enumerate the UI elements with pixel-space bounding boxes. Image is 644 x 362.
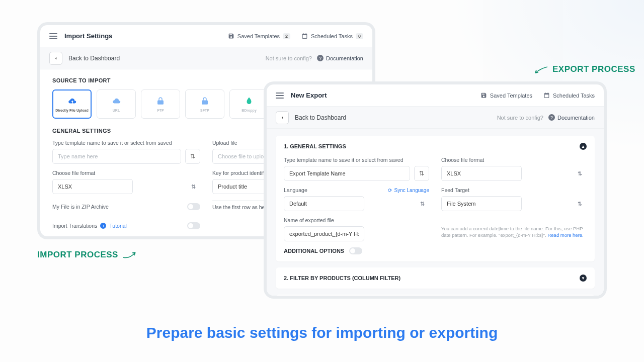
export-title: New Export: [291, 92, 327, 99]
back-label: Back to Dashboard: [68, 55, 120, 62]
calendar-icon: [301, 33, 308, 39]
calendar-icon: [543, 92, 550, 99]
export-window: New Export Saved Templates Scheduled Tas…: [267, 84, 604, 296]
scheduled-tasks-text: Scheduled Tasks: [311, 33, 353, 39]
arrow-icon: [122, 250, 137, 260]
sync-icon: ⟳: [388, 188, 392, 193]
saved-templates-text: Saved Templates: [237, 33, 280, 39]
documentation-link[interactable]: ? Documentation: [548, 114, 595, 121]
source-label: URL: [113, 109, 120, 112]
saved-templates-text: Saved Templates: [490, 93, 532, 99]
source-card-direct-upload[interactable]: Directly File Upload: [52, 89, 92, 119]
panel-filter-products[interactable]: 2. FILTER BY PRODUCTS (COLUMN FILTER): [276, 267, 595, 289]
file-format-select[interactable]: [52, 179, 133, 194]
exported-name-label: Name of exported file: [284, 217, 429, 223]
saved-templates-badge: 2: [283, 33, 290, 39]
sync-language-link[interactable]: ⟳ Sync Language: [388, 188, 429, 193]
import-callout: IMPORT PROCESS: [37, 250, 137, 260]
template-picker-button[interactable]: ⇅: [185, 149, 200, 164]
panel-filter-fields[interactable]: 3. FILTER BY PRODUCT FIELDS: [276, 295, 595, 296]
saved-templates-link[interactable]: Saved Templates: [480, 92, 532, 99]
scheduled-tasks-badge: 0: [356, 33, 363, 39]
source-card-ftp[interactable]: FTP: [141, 89, 180, 119]
chevron-down-icon: ⇅: [578, 201, 582, 207]
documentation-link[interactable]: ? Documentation: [317, 55, 363, 61]
chevron-down-icon: ⇅: [578, 170, 582, 177]
language-label: Language: [284, 187, 307, 193]
additional-options-label: ADDITIONAL OPTIONS: [284, 248, 344, 254]
help-icon: ?: [548, 114, 555, 121]
source-heading: SOURCE TO IMPORT: [52, 77, 360, 83]
documentation-text: Documentation: [557, 115, 595, 121]
chevron-down-icon: ⇅: [420, 201, 425, 207]
zip-toggle[interactable]: [187, 203, 200, 210]
scheduled-tasks-link[interactable]: Scheduled Tasks: [543, 92, 595, 99]
zip-label: My File is in ZIP Archive: [52, 204, 109, 210]
source-label: SFTP: [200, 109, 209, 112]
saved-templates-link[interactable]: Saved Templates 2: [228, 33, 290, 39]
back-label: Back to Dashboard: [295, 114, 346, 121]
collapse-icon[interactable]: [580, 143, 587, 150]
arrow-left-icon: [280, 115, 285, 120]
import-translations-label: Import Translations: [52, 223, 97, 229]
back-button[interactable]: [276, 111, 289, 124]
export-template-input[interactable]: [284, 166, 410, 181]
help-icon: ?: [317, 55, 324, 61]
sftp-icon: [200, 97, 210, 106]
template-name-input[interactable]: [52, 149, 181, 164]
additional-options-toggle[interactable]: [349, 247, 362, 254]
not-sure-text: Not sure to config?: [497, 115, 543, 121]
panel-general-settings: 1. GENERAL SETTINGS Type template name t…: [276, 136, 595, 261]
source-card-url[interactable]: URL: [97, 89, 136, 119]
save-icon: [228, 33, 234, 39]
scheduled-tasks-link[interactable]: Scheduled Tasks 0: [301, 33, 363, 39]
first-row-label: Use the first row as header: [212, 204, 275, 210]
feed-target-label: Feed Target: [441, 187, 587, 193]
export-topbar: New Export Saved Templates Scheduled Tas…: [267, 84, 604, 107]
documentation-text: Documentation: [326, 55, 363, 61]
export-subbar: Back to Dashboard Not sure to config? ? …: [267, 107, 604, 129]
expand-icon: [580, 275, 587, 282]
bdroppy-icon: [244, 97, 254, 106]
scheduled-tasks-text: Scheduled Tasks: [553, 93, 595, 99]
source-label: BDroppy: [242, 109, 257, 112]
info-icon: i: [100, 223, 106, 229]
arrow-left-icon: [53, 56, 58, 61]
file-format-label: Choose file format: [52, 170, 200, 176]
import-topbar: Import Settings Saved Templates 2 Schedu…: [40, 25, 372, 47]
language-select[interactable]: [284, 196, 364, 211]
menu-icon[interactable]: [276, 93, 284, 99]
export-callout: EXPORT PROCESS: [533, 64, 635, 74]
panel2-title: 2. FILTER BY PRODUCTS (COLUMN FILTER): [284, 275, 400, 281]
read-more-link[interactable]: Read more here.: [547, 232, 583, 238]
source-card-sftp[interactable]: SFTP: [185, 89, 224, 119]
import-subbar: Back to Dashboard Not sure to config? ? …: [40, 47, 372, 69]
import-translations-toggle[interactable]: [187, 222, 200, 229]
template-name-label: Type template name to save it or select …: [52, 140, 200, 146]
tutorial-link[interactable]: Tutorial: [109, 223, 127, 229]
exported-name-input[interactable]: [284, 226, 364, 241]
export-format-label: Choose file format: [441, 157, 587, 163]
not-sure-text: Not sure to config?: [266, 55, 312, 61]
source-label: Directly File Upload: [55, 109, 88, 112]
back-button[interactable]: [49, 52, 62, 65]
menu-icon[interactable]: [49, 33, 57, 39]
source-label: FTP: [157, 109, 164, 112]
feed-target-select[interactable]: [441, 196, 522, 211]
filename-note: You can add a current date|time to the f…: [441, 225, 587, 239]
export-template-label: Type template name to save it or select …: [284, 157, 429, 163]
template-picker-button[interactable]: ⇅: [414, 166, 429, 181]
import-title: Import Settings: [64, 32, 112, 40]
arrow-icon: [533, 64, 548, 74]
ftp-icon: [155, 97, 166, 106]
cloud-upload-icon: [67, 97, 77, 106]
panel1-title: 1. GENERAL SETTINGS: [284, 143, 346, 149]
source-card-bdroppy[interactable]: BDroppy: [229, 89, 269, 119]
cloud-icon: [111, 97, 121, 106]
save-icon: [480, 92, 487, 99]
headline: Prepare basic settings for importing or …: [0, 324, 644, 341]
export-format-select[interactable]: [441, 166, 522, 181]
chevron-down-icon: ⇅: [191, 184, 196, 190]
